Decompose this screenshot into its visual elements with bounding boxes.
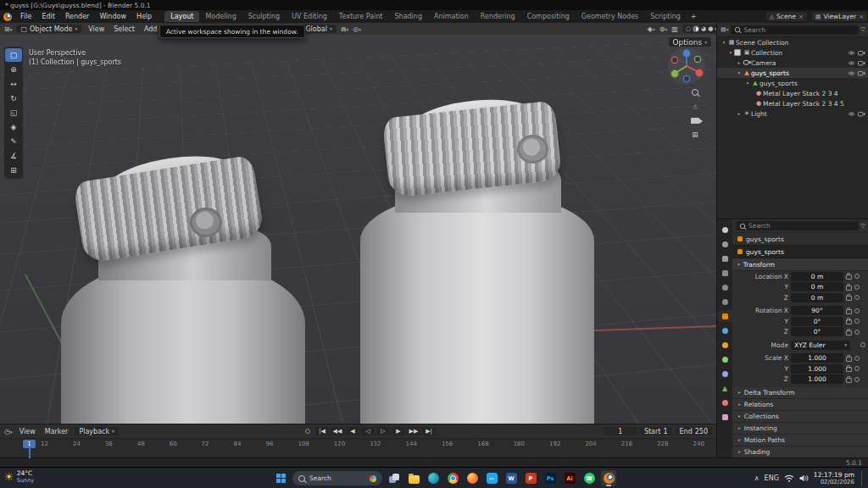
tab-output[interactable] bbox=[718, 252, 732, 264]
filter-icon[interactable]: ▽ bbox=[861, 223, 865, 230]
tab-modeling[interactable]: Modeling bbox=[199, 11, 242, 22]
filter-icon[interactable]: ▽ bbox=[861, 26, 865, 33]
tab-shading[interactable]: Shading bbox=[388, 11, 428, 22]
file-explorer-button[interactable] bbox=[406, 470, 421, 486]
photoshop-button[interactable]: Ps bbox=[542, 470, 558, 486]
menu-add[interactable]: Add bbox=[142, 25, 160, 33]
cursor-tool[interactable]: ⊕ bbox=[5, 63, 22, 76]
rotation-mode-dropdown[interactable]: XYZ Euler ▾ bbox=[791, 341, 850, 350]
lock-icon[interactable] bbox=[846, 274, 852, 280]
tab-tool[interactable] bbox=[718, 224, 732, 236]
scale-z-field[interactable]: 1.000 bbox=[791, 374, 843, 384]
tab-compositing[interactable]: Compositing bbox=[521, 11, 576, 22]
animate-dot-icon[interactable] bbox=[854, 319, 860, 324]
animate-dot-icon[interactable] bbox=[854, 356, 860, 361]
lock-icon[interactable] bbox=[846, 367, 852, 372]
disable-render-icon[interactable] bbox=[858, 60, 865, 66]
outliner-row-scene-collection[interactable]: ▾ ▦ Scene Collection bbox=[717, 37, 868, 47]
wifi-icon[interactable] bbox=[784, 474, 794, 482]
prev-frame-button[interactable]: ◀ bbox=[346, 427, 359, 435]
annotate-tool[interactable]: ✎ bbox=[5, 135, 22, 148]
properties-search-input[interactable]: Search bbox=[736, 221, 859, 230]
editor-type-icon[interactable]: ⊞▾ bbox=[4, 25, 12, 33]
outliner-row-material-2[interactable]: ● Metal Layer Stack 2 3 4 5 bbox=[717, 98, 868, 108]
zoom-icon[interactable] bbox=[692, 89, 698, 96]
location-z-field[interactable]: 0 m bbox=[791, 293, 843, 302]
taskbar-clock[interactable]: 12:17:19 pm 02/02/2026 bbox=[814, 471, 854, 486]
lock-icon[interactable] bbox=[846, 378, 852, 383]
animate-dot-icon[interactable] bbox=[854, 330, 860, 335]
menu-edit[interactable]: Edit bbox=[37, 13, 59, 20]
proportional-editing-icon[interactable]: ◎▾ bbox=[353, 25, 361, 33]
hide-eye-icon[interactable] bbox=[848, 70, 855, 76]
tab-object[interactable] bbox=[718, 310, 732, 322]
tab-scripting[interactable]: Scripting bbox=[644, 11, 687, 22]
volume-icon[interactable] bbox=[799, 474, 809, 482]
show-desktop-button[interactable] bbox=[861, 471, 865, 486]
expander-icon[interactable]: ▸ bbox=[736, 60, 743, 65]
tab-object-data[interactable]: ▲ bbox=[718, 382, 732, 394]
playhead[interactable]: 1 bbox=[23, 440, 36, 448]
menu-view[interactable]: View bbox=[86, 25, 107, 33]
timeline-editor-icon[interactable]: ◷▾ bbox=[4, 428, 13, 435]
section-instancing[interactable]: ▸Instancing bbox=[732, 423, 868, 435]
jump-to-start-button[interactable]: |◀ bbox=[315, 427, 329, 435]
outliner-search-input[interactable]: Search bbox=[731, 25, 858, 35]
mode-dropdown[interactable]: ▢ Object Mode ▾ bbox=[16, 25, 81, 33]
location-x-field[interactable]: 0 m bbox=[791, 272, 843, 281]
lock-icon[interactable] bbox=[846, 357, 852, 362]
tab-particles[interactable] bbox=[718, 339, 732, 351]
measure-tool[interactable]: ∡ bbox=[5, 149, 22, 163]
transform-tool[interactable]: ◈ bbox=[5, 120, 22, 134]
object-name-plate[interactable]: guys_sports bbox=[732, 245, 868, 258]
xray-toggle-icon[interactable]: ▥ bbox=[671, 25, 678, 33]
overlays-icon[interactable]: ⊚▾ bbox=[659, 25, 667, 33]
expander-icon[interactable]: ▸ bbox=[736, 111, 743, 116]
next-keyframe-button[interactable]: ▶▶ bbox=[407, 427, 420, 435]
transform-panel-header[interactable]: ▾ Transform bbox=[732, 258, 868, 270]
tab-constraints[interactable] bbox=[718, 368, 732, 380]
hide-eye-icon[interactable] bbox=[848, 50, 855, 56]
collection-checkbox[interactable] bbox=[734, 49, 741, 56]
tray-chevron-up-icon[interactable]: ∧ bbox=[754, 474, 760, 482]
disable-render-icon[interactable] bbox=[858, 70, 865, 76]
lock-icon[interactable] bbox=[846, 319, 852, 324]
expander-icon[interactable]: ▾ bbox=[744, 80, 751, 86]
outliner-row-object-guys-sports[interactable]: ▾ ▲ guys_sports bbox=[717, 68, 868, 78]
tab-modifiers[interactable] bbox=[718, 324, 732, 336]
blender-logo-icon[interactable] bbox=[3, 13, 12, 21]
bottle-nozzle[interactable] bbox=[190, 208, 222, 237]
tab-rendering[interactable]: Rendering bbox=[475, 11, 521, 22]
tab-geometry-nodes[interactable]: Geometry Nodes bbox=[576, 11, 644, 22]
animate-dot-icon[interactable] bbox=[854, 295, 860, 300]
vscode-button[interactable]: ‹› bbox=[484, 470, 499, 486]
tab-view-layer[interactable] bbox=[718, 267, 732, 279]
section-motion-paths[interactable]: ▸Motion Paths bbox=[732, 435, 868, 446]
disable-render-icon[interactable] bbox=[858, 50, 865, 56]
3d-viewport[interactable]: User Perspective (1) Collection | guys_s… bbox=[0, 35, 716, 424]
language-indicator[interactable]: ENG bbox=[765, 474, 779, 482]
edge-button[interactable] bbox=[426, 470, 441, 486]
expander-icon[interactable]: ▾ bbox=[727, 50, 734, 55]
tab-material[interactable] bbox=[718, 396, 732, 408]
add-primitive-tool[interactable]: ⊞ bbox=[5, 164, 22, 177]
rotation-z-field[interactable]: 0° bbox=[791, 327, 843, 336]
tab-scene[interactable] bbox=[718, 281, 732, 293]
unlink-viewlayer-icon[interactable]: × bbox=[859, 14, 864, 20]
outliner-row-light[interactable]: ▸ ☀ Light bbox=[717, 108, 868, 119]
section-relations[interactable]: ▸Relations bbox=[732, 399, 868, 411]
shading-material-icon[interactable]: ◕ bbox=[701, 25, 706, 32]
location-y-field[interactable]: 0 m bbox=[791, 282, 843, 291]
jump-to-end-button[interactable]: ▶| bbox=[422, 427, 436, 435]
scale-tool[interactable]: ◱ bbox=[5, 106, 22, 119]
menu-help[interactable]: Help bbox=[132, 13, 156, 20]
menu-render[interactable]: Render bbox=[61, 13, 93, 20]
hide-eye-icon[interactable] bbox=[848, 60, 855, 66]
timeline-menu-marker[interactable]: Marker bbox=[42, 428, 71, 435]
play-reverse-button[interactable]: ◁ bbox=[361, 427, 375, 435]
tab-physics[interactable] bbox=[718, 353, 732, 365]
lock-icon[interactable] bbox=[846, 286, 852, 291]
timeline-ruler[interactable]: 12 24 36 48 60 72 84 96 108 120 132 144 … bbox=[0, 439, 716, 458]
rotate-tool[interactable]: ↻ bbox=[5, 92, 22, 105]
bottle-body[interactable] bbox=[360, 192, 594, 424]
